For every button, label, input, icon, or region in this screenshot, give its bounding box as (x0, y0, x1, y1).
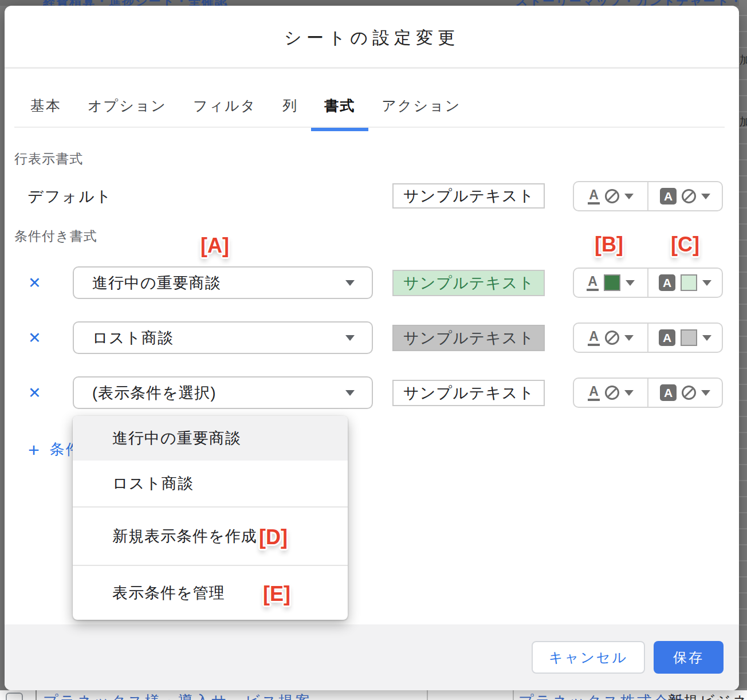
condition-dropdown-menu: 進行中の重要商談 ロスト商談 新規表示条件を作成 表示条件を管理 (73, 416, 348, 620)
dropdown-caret-icon (701, 194, 710, 199)
condition-select[interactable]: 進行中の重要商談 (73, 266, 373, 299)
menu-item-manage-conditions[interactable]: 表示条件を管理 (73, 565, 348, 620)
default-format-button-group: A A (573, 181, 723, 211)
default-row-label: デフォルト (27, 186, 112, 207)
no-color-icon (682, 189, 696, 203)
row-checkbox[interactable] (6, 693, 23, 700)
dropdown-caret-icon (624, 390, 634, 396)
annotation-marker-e: [E] (263, 582, 290, 606)
grid-line (513, 690, 514, 700)
text-color-swatch (604, 274, 620, 291)
no-color-icon (682, 386, 696, 400)
cancel-button[interactable]: キャンセル (532, 641, 645, 674)
format-button-group: A A (573, 323, 723, 353)
background-color-icon: A (659, 274, 675, 291)
dialog-footer: キャンセル 保存 (5, 624, 739, 690)
row-format-section-label: 行表示書式 (14, 150, 83, 168)
text-color-button[interactable]: A (574, 324, 647, 352)
plus-icon: + (28, 440, 41, 459)
tab-filter[interactable]: フィルタ (193, 96, 256, 129)
remove-condition-button[interactable]: ✕ (28, 384, 41, 402)
menu-item-create-condition[interactable]: 新規表示条件を作成 (73, 506, 348, 565)
dropdown-caret-icon (624, 335, 634, 341)
dialog-title: シートの設定変更 (5, 26, 739, 50)
spreadsheet-row-background: プラネックス様・導入サービス提案 プラネックス株式会社 新規ビジネス (0, 690, 747, 700)
annotation-marker-d: [D] (259, 525, 288, 549)
condition-select[interactable]: ロスト商談 (73, 321, 373, 354)
annotation-marker-b: [B] (595, 233, 623, 257)
background-color-button[interactable]: A (647, 182, 722, 210)
default-sample-text-box: サンプルテキスト (392, 183, 545, 209)
no-color-icon (605, 189, 619, 203)
dropdown-caret-icon (702, 335, 711, 341)
spreadsheet-link[interactable]: プラネックス様・導入サービス提案 (43, 691, 312, 700)
spreadsheet-cell-text: 新規ビジネス (667, 691, 747, 700)
conditional-sample-text-box: サンプルテキスト (392, 270, 545, 296)
tab-options[interactable]: オプション (88, 96, 167, 129)
dimmed-background-top: 経費精算・進捗シート・全確認 ストーリーマップ・ガントチャート・TASK (0, 0, 747, 6)
grid-line (427, 690, 428, 700)
text-color-button[interactable]: A (574, 379, 647, 407)
tab-bar: 基本 オプション フィルタ 列 書式 アクション (30, 96, 461, 129)
save-button[interactable]: 保存 (654, 641, 724, 674)
conditional-format-section-label: 条件付き書式 (14, 227, 97, 245)
remove-condition-button[interactable]: ✕ (28, 329, 41, 347)
select-caret-icon (345, 280, 355, 286)
format-button-group: A A (573, 268, 723, 298)
text-color-icon: A (588, 188, 600, 204)
background-color-swatch (681, 329, 697, 346)
annotation-marker-a: [A] (200, 234, 229, 258)
text-color-icon: A (587, 274, 599, 290)
background-text-fragment: ストーリーマップ・ガントチャート・TASK (516, 0, 747, 6)
dropdown-caret-icon (701, 390, 710, 396)
dimmed-background-right: 加 加 (739, 0, 747, 700)
header-divider (5, 67, 739, 69)
conditional-sample-text-box: サンプルテキスト (392, 380, 545, 406)
background-color-icon: A (659, 329, 675, 346)
background-color-button[interactable]: A (647, 379, 722, 407)
select-caret-icon (345, 335, 355, 341)
menu-item-condition[interactable]: ロスト商談 (73, 461, 348, 506)
text-color-icon: A (588, 329, 600, 345)
background-color-swatch (681, 274, 697, 291)
condition-select-value: 進行中の重要商談 (92, 273, 221, 293)
dropdown-caret-icon (626, 280, 635, 286)
tab-format[interactable]: 書式 (324, 96, 355, 129)
background-text-fragment: 経費精算・進捗シート・全確認 (43, 0, 228, 6)
sheet-settings-dialog: シートの設定変更 基本 オプション フィルタ 列 書式 アクション 行表示書式 … (5, 6, 739, 690)
grid-line (36, 690, 37, 700)
background-text-fragment: 加 (740, 53, 747, 68)
background-color-icon: A (660, 384, 677, 401)
tab-columns[interactable]: 列 (282, 96, 298, 129)
dropdown-caret-icon (624, 194, 634, 199)
select-caret-icon (345, 390, 355, 396)
condition-select-value: ロスト商談 (92, 328, 174, 348)
background-color-icon: A (660, 188, 677, 205)
text-color-button[interactable]: A (574, 269, 647, 297)
background-color-button[interactable]: A (647, 269, 722, 297)
no-color-icon (605, 386, 619, 400)
annotation-marker-c: [C] (671, 233, 699, 257)
background-color-button[interactable]: A (647, 324, 722, 352)
format-button-group: A A (573, 377, 723, 408)
background-text-fragment: 加 (740, 115, 747, 129)
condition-select-value: (表示条件を選択) (92, 383, 217, 403)
text-color-icon: A (588, 384, 600, 400)
tab-divider (14, 127, 725, 128)
condition-select[interactable]: (表示条件を選択) (73, 376, 373, 409)
tab-actions[interactable]: アクション (382, 96, 461, 129)
text-color-button[interactable]: A (574, 182, 647, 210)
conditional-sample-text-box: サンプルテキスト (392, 325, 545, 351)
spreadsheet-link[interactable]: プラネックス株式会社 (518, 691, 687, 700)
remove-condition-button[interactable]: ✕ (28, 274, 41, 292)
dropdown-caret-icon (702, 280, 711, 286)
menu-item-condition[interactable]: 進行中の重要商談 (73, 416, 348, 461)
no-color-icon (605, 331, 619, 345)
tab-basic[interactable]: 基本 (30, 96, 61, 129)
